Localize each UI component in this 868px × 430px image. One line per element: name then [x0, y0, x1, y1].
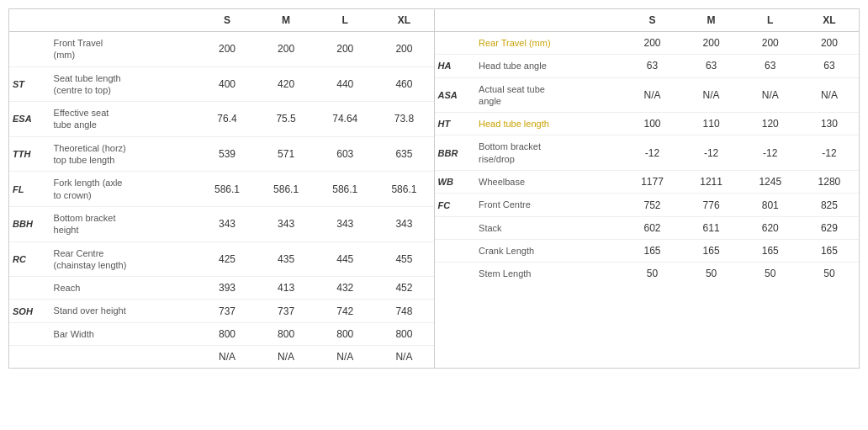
- value-cell: 200: [741, 32, 800, 55]
- value-cell: N/A: [198, 346, 257, 369]
- value-cell: N/A: [800, 77, 859, 113]
- abbr-cell: [9, 322, 50, 345]
- table-row: HAHead tube angle63636363: [435, 55, 860, 77]
- label-cell: Stem Length: [475, 263, 622, 285]
- table-row: Reach393413432452: [9, 277, 434, 300]
- label-cell: Front Centre: [475, 194, 622, 216]
- value-cell: 400: [198, 66, 257, 102]
- right-label-header: [475, 9, 622, 32]
- left-size-l: L: [315, 9, 374, 32]
- value-cell: N/A: [374, 346, 433, 369]
- value-cell: 629: [800, 216, 859, 239]
- value-cell: -12: [622, 135, 681, 171]
- abbr-cell: [435, 239, 476, 262]
- value-cell: 50: [622, 263, 681, 285]
- table-row: Bar Width800800800800: [9, 322, 434, 345]
- value-cell: 432: [315, 277, 374, 300]
- abbr-cell: [435, 216, 476, 239]
- abbr-cell: [9, 277, 50, 300]
- value-cell: 413: [257, 277, 315, 300]
- right-spec-table: S M L XL Rear Travel (mm)200200200200HAH…: [435, 9, 860, 285]
- geometry-table: S M L XL Front Travel(mm)200200200200STS…: [8, 8, 860, 369]
- left-label-header: [50, 9, 198, 32]
- abbr-cell: ASA: [435, 77, 476, 113]
- value-cell: 586.1: [198, 172, 257, 207]
- value-cell: 800: [315, 322, 374, 345]
- value-cell: 460: [374, 66, 433, 102]
- right-size-xl: XL: [800, 9, 859, 32]
- label-cell: Stand over height: [50, 300, 198, 322]
- abbr-cell: BBH: [9, 206, 50, 242]
- label-cell: Head tube length: [475, 113, 622, 135]
- value-cell: 440: [315, 66, 374, 102]
- label-cell: Stack: [475, 216, 622, 239]
- left-size-s: S: [198, 9, 257, 32]
- table-row: FLFork length (axleto crown)586.1586.158…: [9, 172, 434, 207]
- abbr-cell: [9, 346, 50, 369]
- abbr-cell: SOH: [9, 300, 50, 322]
- value-cell: -12: [800, 135, 859, 171]
- value-cell: 800: [257, 322, 315, 345]
- value-cell: 1177: [622, 171, 681, 194]
- right-size-s: S: [622, 9, 681, 32]
- table-row: Stack602611620629: [435, 216, 860, 239]
- value-cell: 100: [622, 113, 681, 135]
- left-abbr-header: [9, 9, 50, 32]
- value-cell: 73.8: [374, 102, 433, 137]
- value-cell: 200: [800, 32, 859, 55]
- right-panel: S M L XL Rear Travel (mm)200200200200HAH…: [434, 9, 860, 369]
- abbr-cell: ST: [9, 66, 50, 102]
- value-cell: 50: [741, 263, 800, 285]
- value-cell: 737: [257, 300, 315, 322]
- value-cell: 737: [198, 300, 257, 322]
- table-row: Crank Length165165165165: [435, 239, 860, 262]
- label-cell: Effective seattube angle: [50, 102, 198, 137]
- value-cell: 776: [682, 194, 741, 216]
- label-cell: Actual seat tubeangle: [475, 77, 622, 113]
- value-cell: -12: [741, 135, 800, 171]
- value-cell: 602: [622, 216, 681, 239]
- abbr-cell: ESA: [9, 102, 50, 137]
- label-cell: Seat tube length(centre to top): [50, 66, 198, 102]
- value-cell: N/A: [315, 346, 374, 369]
- table-row: BBRBottom bracketrise/drop-12-12-12-12: [435, 135, 860, 171]
- label-cell: Bottom bracketheight: [50, 206, 198, 242]
- value-cell: 752: [622, 194, 681, 216]
- value-cell: 200: [198, 32, 257, 67]
- table-row: Front Travel(mm)200200200200: [9, 32, 434, 67]
- table-row: WBWheelbase1177121112451280: [435, 171, 860, 194]
- value-cell: 635: [374, 136, 433, 172]
- right-size-m: M: [682, 9, 741, 32]
- label-cell: Fork length (axleto crown): [50, 172, 198, 207]
- label-cell: Bottom bracketrise/drop: [475, 135, 622, 171]
- value-cell: 586.1: [257, 172, 315, 207]
- value-cell: 611: [682, 216, 741, 239]
- value-cell: 200: [315, 32, 374, 67]
- right-size-l: L: [741, 9, 800, 32]
- value-cell: 165: [622, 239, 681, 262]
- abbr-cell: BBR: [435, 135, 476, 171]
- label-cell: Bar Width: [50, 322, 198, 345]
- value-cell: 620: [741, 216, 800, 239]
- abbr-cell: HA: [435, 55, 476, 77]
- value-cell: N/A: [257, 346, 315, 369]
- value-cell: 1280: [800, 171, 859, 194]
- value-cell: 200: [682, 32, 741, 55]
- value-cell: 393: [198, 277, 257, 300]
- value-cell: 571: [257, 136, 315, 172]
- table-row: HTHead tube length100110120130: [435, 113, 860, 135]
- value-cell: N/A: [741, 77, 800, 113]
- abbr-cell: [435, 32, 476, 55]
- abbr-cell: RC: [9, 242, 50, 277]
- table-row: Stem Length50505050: [435, 263, 860, 285]
- value-cell: 200: [374, 32, 433, 67]
- label-cell: Front Travel(mm): [50, 32, 198, 67]
- value-cell: 420: [257, 66, 315, 102]
- value-cell: 343: [257, 206, 315, 242]
- value-cell: 63: [622, 55, 681, 77]
- label-cell: Crank Length: [475, 239, 622, 262]
- abbr-cell: WB: [435, 171, 476, 194]
- value-cell: 120: [741, 113, 800, 135]
- abbr-cell: [435, 263, 476, 285]
- value-cell: 742: [315, 300, 374, 322]
